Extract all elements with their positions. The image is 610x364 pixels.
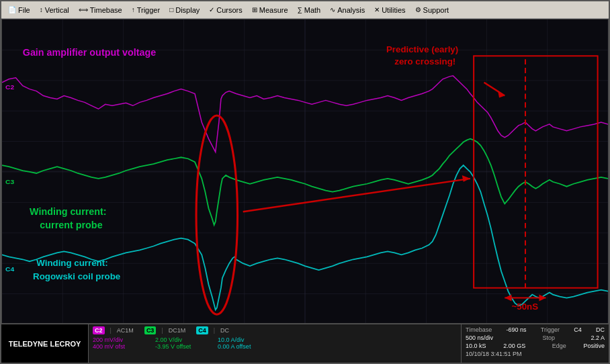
display-icon: □ — [169, 6, 173, 13]
trigger-icon: ↑ — [132, 6, 135, 13]
menu-display[interactable]: □ Display — [165, 5, 204, 15]
timebase-samples-row: 10.0 kS 2.00 GS Edge Positive — [466, 343, 605, 349]
timestamp: 10/10/18 3:41:51 PM — [466, 351, 522, 357]
channel-settings: C2 | AC1M C3 | DC1M C4 | DC 200 mV/div 2… — [89, 324, 461, 363]
c3-tag: C3 — [144, 326, 157, 334]
bottom-bar: TELEDYNE LECROY C2 | AC1M C3 | DC1M C4 |… — [1, 324, 609, 363]
svg-text:C2: C2 — [5, 83, 15, 91]
branding: TELEDYNE LECROY — [1, 324, 89, 363]
trigger-coupling: DC — [596, 326, 605, 333]
brand-name: TELEDYNE LECROY — [9, 340, 81, 348]
support-icon: ⚙ — [415, 6, 421, 13]
c4-coupling: DC — [220, 327, 229, 334]
main-content: C2 C3 C4 ~50nS — [1, 19, 609, 324]
measure-icon: ⊞ — [252, 6, 257, 13]
trigger-polarity: Positive — [583, 343, 605, 349]
channel-offsets-row: 400 mV ofst -3.95 V offset 0.00 A offset — [93, 343, 457, 350]
menu-vertical[interactable]: ↕ Vertical — [36, 5, 73, 15]
channel-row-c2: C2 | AC1M C3 | DC1M C4 | DC — [93, 326, 457, 334]
svg-text:Predictive (early): Predictive (early) — [386, 45, 458, 55]
channel-values-row: 200 mV/div 2.00 V/div 10.0 A/div — [93, 336, 457, 343]
menu-support[interactable]: ⚙ Support — [411, 5, 453, 15]
menu-utilities[interactable]: ✕ Utilities — [370, 5, 409, 15]
c2-scale: 200 mV/div — [93, 336, 150, 343]
c3-offset: -3.95 V offset — [155, 343, 212, 350]
c3-coupling: DC1M — [169, 327, 186, 334]
c4-scale: 10.0 A/div — [218, 336, 275, 343]
oscilloscope-screen: C2 C3 C4 ~50nS — [1, 19, 609, 324]
cursors-icon: ✓ — [209, 6, 214, 13]
menu-file[interactable]: 📄 File — [4, 5, 34, 15]
timebase-value: -690 ns — [506, 326, 526, 333]
timebase-samples: 10.0 kS — [466, 343, 486, 349]
oscilloscope-main: 📄 File ↕ Vertical ⟺ Timebase ↑ Trigger □… — [0, 0, 610, 364]
svg-text:current probe: current probe — [40, 220, 102, 230]
trigger-mode-label: Stop — [542, 334, 555, 341]
menu-measure[interactable]: ⊞ Measure — [248, 5, 292, 15]
svg-text:Gain amplifier output voltage: Gain amplifier output voltage — [23, 48, 157, 58]
menu-analysis[interactable]: ∿ Analysis — [326, 5, 369, 15]
svg-text:Rogowski coil probe: Rogowski coil probe — [33, 271, 120, 281]
trigger-label: Trigger — [541, 326, 560, 333]
vertical-icon: ↕ — [40, 6, 43, 13]
timebase-rate-row: 500 ns/div Stop 2.2 A — [466, 334, 605, 341]
c4-offset: 0.00 A offset — [218, 343, 275, 350]
svg-text:zero crossing!: zero crossing! — [394, 56, 455, 66]
timebase-gs: 2.00 GS — [503, 343, 525, 349]
analysis-icon: ∿ — [330, 6, 335, 13]
trigger-edge-label: Edge — [552, 343, 566, 349]
c2-coupling: AC1M — [117, 327, 134, 334]
timebase-icon: ⟺ — [79, 6, 88, 13]
timebase-trigger-info: Timebase -690 ns Trigger C4 DC 500 ns/di… — [461, 324, 609, 363]
math-icon: ∑ — [298, 6, 302, 13]
menu-cursors[interactable]: ✓ Cursors — [205, 5, 247, 15]
svg-text:C3: C3 — [5, 178, 15, 185]
timebase-label: Timebase — [466, 326, 492, 333]
svg-text:Winding current:: Winding current: — [30, 206, 107, 217]
utilities-icon: ✕ — [374, 6, 380, 13]
menu-trigger[interactable]: ↑ Trigger — [128, 5, 164, 15]
c3-scale: 2.00 V/div — [155, 336, 212, 343]
menu-math[interactable]: ∑ Math — [294, 5, 325, 15]
svg-text:~50nS: ~50nS — [512, 302, 539, 312]
file-icon: 📄 — [8, 6, 16, 13]
timestamp-row: 10/10/18 3:41:51 PM — [466, 351, 605, 357]
trigger-value: 2.2 A — [591, 334, 605, 341]
timebase-rate: 500 ns/div — [466, 334, 493, 341]
menu-bar: 📄 File ↕ Vertical ⟺ Timebase ↑ Trigger □… — [1, 1, 609, 19]
timebase-header-row: Timebase -690 ns Trigger C4 DC — [466, 326, 605, 333]
trigger-ch: C4 — [574, 326, 582, 333]
c4-tag: C4 — [196, 326, 208, 334]
menu-timebase[interactable]: ⟺ Timebase — [75, 5, 126, 15]
c2-offset: 400 mV ofst — [93, 343, 150, 350]
svg-text:Winding current:: Winding current: — [36, 258, 107, 268]
waveform-display: C2 C3 C4 ~50nS — [2, 19, 608, 323]
c2-tag: C2 — [93, 326, 105, 334]
svg-text:C4: C4 — [5, 265, 15, 273]
